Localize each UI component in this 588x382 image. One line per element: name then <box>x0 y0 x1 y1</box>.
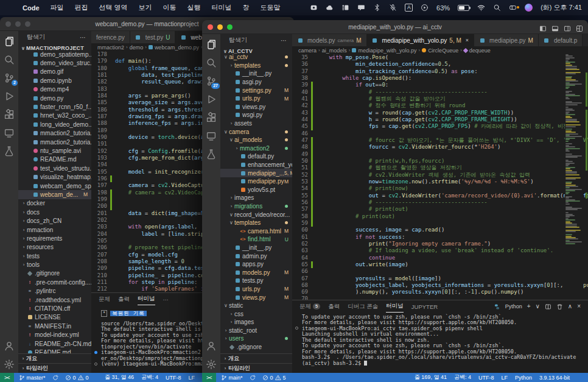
input-source-icon[interactable]: A <box>405 4 413 12</box>
tree-item[interactable]: README.md <box>18 155 91 164</box>
tree-item[interactable]: mmaction2_tutoria... <box>18 129 91 138</box>
tree-item[interactable]: !model-index.yml <box>18 331 91 339</box>
tree-item[interactable]: mediapipe.pyM <box>220 177 292 186</box>
tree-item[interactable]: demo.gif <box>18 68 91 76</box>
wifi-icon[interactable] <box>477 4 485 12</box>
activity-account-icon[interactable] <box>3 340 15 352</box>
activity-debug-icon[interactable] <box>3 90 15 102</box>
activity-gear-icon[interactable] <box>205 358 217 370</box>
activity-gear-icon[interactable] <box>3 358 15 370</box>
sync-button[interactable] <box>250 374 256 381</box>
breadcrumb-part[interactable]: camera <box>298 48 317 54</box>
terminal-output[interactable]: To update your account to use zsh, pleas… <box>292 313 588 373</box>
command-decoration-circle[interactable] <box>295 327 298 330</box>
editor-tab[interactable]: default.p <box>539 34 583 46</box>
tree-item[interactable]: ›images <box>220 194 292 202</box>
tree-item[interactable]: ≡MANIFEST.in <box>18 322 91 330</box>
status-item-2[interactable]: UTF-8 <box>166 375 181 381</box>
status-item-0[interactable]: 줄 31, 열 46 <box>105 373 134 381</box>
tree-item[interactable]: demo.ipynb <box>18 76 91 85</box>
tree-item[interactable]: default.py <box>220 152 292 161</box>
activity-files-icon[interactable] <box>3 35 15 48</box>
tree-item[interactable]: tests.py <box>220 277 292 285</box>
status-item-3[interactable]: LF <box>188 375 195 381</box>
status-item-1[interactable]: 공백: 4 <box>141 373 158 381</box>
tree-item[interactable]: enhancement_yolo... <box>220 161 292 169</box>
activity-search-icon[interactable] <box>3 54 15 66</box>
battery-icon[interactable] <box>458 5 469 11</box>
menu-item-2[interactable]: 편집 <box>69 3 94 12</box>
breadcrumb-part[interactable]: webcam_demo.py <box>155 44 199 51</box>
activity-remote-explorer-icon[interactable] <box>205 130 217 142</box>
menu-item-6[interactable]: 실행 <box>182 3 206 12</box>
panel-tab[interactable]: ⋯ <box>163 293 169 305</box>
tree-item[interactable]: <>camera.htmlM <box>220 227 292 235</box>
tree-item[interactable]: README.md <box>18 348 91 353</box>
command-decoration-dot[interactable] <box>94 351 97 354</box>
tree-item[interactable]: demo_video_struc... <box>18 58 91 67</box>
display-icon[interactable] <box>310 4 318 12</box>
menu-item-7[interactable]: 터미널 <box>206 3 237 12</box>
activity-extensions-icon[interactable] <box>3 108 15 121</box>
panel-tab[interactable]: 문제 <box>99 293 110 305</box>
panel-tab[interactable]: 터미널 <box>386 300 404 313</box>
tree-item[interactable]: ∨record_video/recor... <box>220 210 292 219</box>
panel-tab[interactable]: 출력 <box>328 300 340 313</box>
activity-scm-icon[interactable]: 27 <box>205 75 217 87</box>
tree-item[interactable]: urls.pyM <box>220 285 292 294</box>
status-item-2[interactable]: UTF-8 <box>478 375 494 381</box>
tree-item[interactable]: webcam_demo_sp... <box>18 182 91 190</box>
tree-item[interactable]: __init__.py <box>220 69 292 78</box>
search-icon[interactable] <box>493 4 501 12</box>
panel-tab[interactable]: 출력 <box>118 293 130 305</box>
panel-tab[interactable]: 디버그 콘솔 <box>348 300 378 313</box>
problems-indicator[interactable]: 05 <box>262 374 286 381</box>
code-editor[interactable]: 35 with mp_pose.Pose(36 min_detection_co… <box>292 54 588 300</box>
tab-close-icon[interactable]: × <box>466 37 469 43</box>
tree-item[interactable]: models.pyM <box>220 268 292 277</box>
menubar-switch-icon[interactable] <box>509 4 517 12</box>
tree-item[interactable]: demo.mp4 <box>18 85 91 94</box>
explorer-more-actions[interactable]: ⋯ <box>80 34 86 41</box>
tree-item[interactable]: urls.pyM <box>220 94 292 103</box>
breadcrumb-part[interactable]: mediapipe_with_yolo.py <box>358 48 416 54</box>
activity-files-icon[interactable] <box>205 38 217 51</box>
panel-tab[interactable]: 문제5 <box>299 300 320 313</box>
editor-tab[interactable]: models.pycameraM <box>292 34 367 46</box>
zoom-button[interactable] <box>227 24 233 30</box>
problems-indicator[interactable]: 00 <box>65 374 89 381</box>
siri-icon[interactable] <box>525 4 533 12</box>
explorer-more-actions[interactable]: ⋯ <box>281 37 287 44</box>
remote-indicator[interactable]: >< <box>0 373 14 382</box>
menu-item-3[interactable]: 선택 영역 <box>94 3 133 12</box>
branch-indicator[interactable]: main* <box>221 374 243 381</box>
sidebar-section-0[interactable]: ›개요 <box>220 353 292 363</box>
tree-item[interactable]: ›migrations <box>220 202 292 211</box>
menu-item-1[interactable]: 파일 <box>45 3 69 12</box>
tree-item[interactable]: ›static_root <box>220 327 292 335</box>
apple-menu[interactable] <box>6 4 17 12</box>
panel-tab[interactable]: 터미널 <box>138 293 155 305</box>
activity-remote-explorer-icon[interactable] <box>3 127 15 139</box>
tree-item[interactable]: webcam_de...M <box>18 190 91 199</box>
tree-item[interactable]: ∨static <box>220 302 292 310</box>
editor-tab[interactable]: mediapipe.pyM <box>474 34 539 46</box>
tree-item[interactable]: visualize_heatmap... <box>18 172 91 181</box>
close-button[interactable] <box>5 21 11 27</box>
panel-tab[interactable]: JUPYTER <box>411 300 438 313</box>
stage-manager-icon[interactable] <box>341 4 349 12</box>
tree-item[interactable]: !CITATION.cff <box>18 304 91 313</box>
tree-item[interactable]: faster_rcnn_r50_f... <box>18 102 91 111</box>
close-panel-icon[interactable]: × <box>577 303 581 309</box>
tree-item[interactable]: mediapipe_...5, M <box>220 169 292 177</box>
branch-indicator[interactable]: master* <box>19 374 46 381</box>
breadcrumb-part[interactable]: dequeue <box>469 48 491 54</box>
sidebar-section-1[interactable]: ›타임라인 <box>18 363 91 373</box>
kill-terminal-icon[interactable] <box>556 303 563 310</box>
mic-muted-icon[interactable] <box>389 4 397 12</box>
tree-item[interactable]: ntu_sample.avi <box>18 146 91 155</box>
minimap[interactable] <box>565 54 583 300</box>
tree-item[interactable]: ≡.pylintrc <box>18 287 91 295</box>
tree-item[interactable]: <>find.htmlU <box>220 235 292 244</box>
tree-item[interactable]: views.pyM <box>220 293 292 302</box>
